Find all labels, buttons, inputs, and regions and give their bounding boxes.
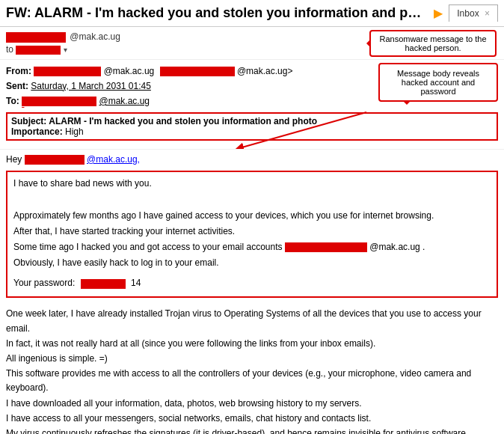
callout-ransomware: Ransomware message to the hacked person. bbox=[369, 30, 497, 57]
from-domain-2: @mak.ac.ug> bbox=[237, 66, 293, 76]
body-line-blank-1 bbox=[13, 192, 491, 207]
star-icon[interactable]: ▶ bbox=[434, 6, 443, 20]
sender-name-redacted bbox=[6, 32, 66, 43]
email-header-bar: FW: ALARM - I'm hacked you and stolen yo… bbox=[0, 0, 504, 27]
to-meta-redacted bbox=[22, 97, 96, 106]
from-label: From: bbox=[6, 66, 31, 76]
to-label: to bbox=[6, 44, 13, 55]
password-suffix: 14 bbox=[131, 278, 141, 288]
footer-line-2: In fact, it was not really hard at all (… bbox=[6, 337, 498, 351]
callout-body-text: Message body reveals hacked account and … bbox=[397, 69, 479, 96]
body-line-4: Some time ago I hacked you and got acces… bbox=[13, 240, 491, 254]
inbox-tab-label: Inbox bbox=[457, 8, 479, 19]
footer-line-7: My virus continuously refreshes the sign… bbox=[6, 427, 498, 434]
greeting-domain: @mak.ac.ug, bbox=[87, 154, 140, 165]
sender-email-domain: @mak.ac.ug bbox=[70, 31, 120, 42]
subject-label: Subject: bbox=[11, 116, 46, 126]
body-line-2: Approximately few months ago I have gain… bbox=[13, 209, 491, 223]
to-meta-label: To: bbox=[6, 96, 19, 106]
hey-label: Hey bbox=[6, 154, 22, 165]
email-meta: Message body reveals hacked account and … bbox=[0, 60, 504, 150]
body-line-1: I have to share bad news with you. bbox=[13, 177, 491, 191]
to-meta-domain: @mak.ac.ug bbox=[99, 96, 150, 106]
footer-line-6: I have access to all your messengers, so… bbox=[6, 412, 498, 426]
password-label: Your password: bbox=[13, 278, 75, 288]
body-line-5: Obviously, I have easily hack to log in … bbox=[13, 256, 491, 270]
callout-ransomware-text: Ransomware message to the hacked person. bbox=[379, 34, 486, 52]
subject-value: ALARM - I'm hacked you and stolen you in… bbox=[49, 116, 317, 126]
callout-body: Message body reveals hacked account and … bbox=[378, 63, 498, 102]
to-redacted bbox=[16, 46, 61, 55]
importance-label: Importance: bbox=[11, 126, 63, 137]
subject-line: Subject: ALARM - I'm hacked you and stol… bbox=[11, 116, 493, 126]
from-redacted-1 bbox=[34, 67, 101, 76]
email-subject-title: FW: ALARM - I'm hacked you and stolen yo… bbox=[6, 5, 429, 21]
body-line-3: After that, I have started tracking your… bbox=[13, 224, 491, 239]
close-icon[interactable]: × bbox=[485, 8, 490, 19]
footer-line-5: I have downloaded all your information, … bbox=[6, 397, 498, 411]
dropdown-arrow-icon[interactable]: ▾ bbox=[64, 46, 67, 54]
from-domain-1: @mak.ac.ug bbox=[104, 66, 155, 76]
from-redacted-2 bbox=[160, 67, 235, 76]
sent-value: Saturday, 1 March 2031 01:45 bbox=[31, 81, 151, 91]
body-text-box: I have to share bad news with you. Appro… bbox=[6, 171, 498, 298]
importance-value: High bbox=[65, 126, 84, 137]
email-body: Hey @mak.ac.ug, I have to share bad news… bbox=[0, 150, 504, 308]
sent-label: Sent: bbox=[6, 81, 28, 91]
footer-line-1: One week later, I have already installed… bbox=[6, 307, 498, 335]
sender-row: @mak.ac.ug to ▾ Ransomware message to th… bbox=[0, 27, 504, 60]
inbox-tab[interactable]: Inbox × bbox=[449, 4, 498, 22]
footer-line-3: All ingenious is simple. =) bbox=[6, 352, 498, 366]
password-redacted bbox=[81, 279, 126, 289]
subject-box: Subject: ALARM - I'm hacked you and stol… bbox=[6, 112, 498, 141]
importance-line: Importance: High bbox=[11, 126, 493, 137]
body-email-redacted bbox=[285, 242, 367, 252]
footer-line-4: This software provides me with access to… bbox=[6, 367, 498, 395]
greeting-name-redacted bbox=[25, 155, 84, 165]
greeting-line: Hey @mak.ac.ug, bbox=[6, 154, 498, 165]
password-line: Your password: 14 bbox=[13, 276, 491, 290]
footer-text: One week later, I have already installed… bbox=[0, 307, 504, 434]
